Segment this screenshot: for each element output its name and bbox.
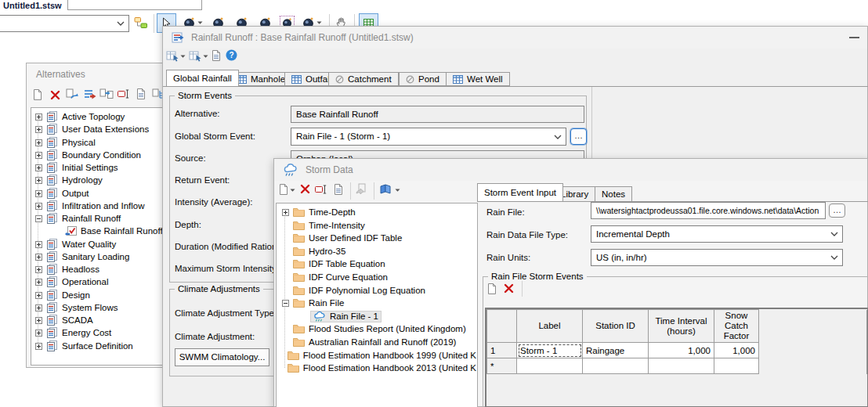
library-book-icon[interactable] <box>379 184 392 194</box>
merge-alternative-icon[interactable] <box>99 88 114 100</box>
expand-icon[interactable] <box>35 304 42 312</box>
expand-icon[interactable] <box>35 203 42 210</box>
tab-notes[interactable]: Notes <box>595 186 632 201</box>
tab-pond[interactable]: Pond <box>399 72 447 86</box>
new-storm-icon[interactable] <box>279 183 288 195</box>
rain-file-field[interactable]: \\watersightactprodeussa01.file.core.win… <box>591 202 826 219</box>
cell-snow-catch[interactable]: 1,000 <box>714 343 759 358</box>
tree-item[interactable]: User Defined IDF Table <box>277 232 476 245</box>
duration-label: Duration (Modified Rationa <box>175 241 282 252</box>
collapse-icon[interactable] <box>282 300 289 307</box>
expand-icon[interactable] <box>35 241 42 248</box>
tree-item-selected[interactable]: Rain File - 1 <box>277 310 476 323</box>
delete-storm-event-icon[interactable] <box>503 283 514 294</box>
tab-catchment[interactable]: Catchment <box>328 72 399 86</box>
tree-item-label: Surface Definition <box>62 341 133 351</box>
cell-snow-catch[interactable] <box>714 358 759 374</box>
expand-icon[interactable] <box>35 177 42 184</box>
report-icon[interactable] <box>334 183 343 195</box>
expand-icon[interactable] <box>35 190 42 197</box>
expand-icon[interactable] <box>35 164 42 171</box>
tree-item[interactable]: Flood Estimation Handbook 2013 (United K <box>277 362 476 375</box>
pages-icon <box>46 213 58 224</box>
expand-icon[interactable] <box>35 279 42 286</box>
swmm-climatology-button[interactable]: SWMM Climatology... <box>175 348 269 366</box>
col-header-snow-catch[interactable]: Snow Catch Factor <box>714 310 759 343</box>
climate-adjustments-group-title: Climate Adjustments <box>175 283 263 294</box>
tree-item-label: Flood Studies Report (United Kingdom) <box>309 324 466 333</box>
rain-units-select[interactable]: US (in, in/hr) <box>591 249 843 266</box>
expand-icon[interactable] <box>35 292 42 299</box>
rain-file-ellipsis-button[interactable]: … <box>829 204 845 218</box>
tree-item[interactable]: Time-Depth <box>277 206 476 219</box>
open-alternative-icon[interactable] <box>82 88 96 100</box>
expand-icon[interactable] <box>35 317 42 324</box>
select-related-icon[interactable] <box>189 50 202 62</box>
rename-alternative-icon[interactable] <box>117 88 131 99</box>
new-alternative-icon[interactable] <box>31 88 45 102</box>
global-storm-event-select[interactable]: Rain File - 1 (Storm - 1) <box>291 128 566 146</box>
new-storm-caret-icon[interactable] <box>290 189 295 192</box>
cell-station-id[interactable]: Raingage <box>583 343 649 358</box>
rainfall-dialog-icon <box>172 32 184 43</box>
expand-icon[interactable] <box>35 113 42 121</box>
expand-icon[interactable] <box>35 254 42 261</box>
expand-icon[interactable] <box>35 343 42 350</box>
tree-item[interactable]: Time-Intensity <box>277 219 476 232</box>
zoom-window-caret-icon[interactable] <box>197 21 203 24</box>
select-records-icon[interactable] <box>166 50 179 62</box>
delete-storm-icon[interactable] <box>299 184 310 194</box>
rainfall-dialog-titlebar[interactable]: Rainfall Runoff : Base Rainfall Runoff (… <box>163 27 867 49</box>
expand-icon[interactable] <box>35 126 42 133</box>
report-icon[interactable] <box>212 49 221 61</box>
table-row[interactable]: 1 Storm - 1 Raingage 1,000 1,000 <box>487 343 867 358</box>
tree-item[interactable]: Hydro-35 <box>277 245 476 258</box>
tab-wet-well[interactable]: Wet Well <box>446 72 510 86</box>
col-header-time-interval[interactable]: Time Interval (hours) <box>649 310 714 343</box>
help-icon[interactable] <box>226 49 237 61</box>
tree-item[interactable]: Flood Estimation Handbook 1999 (United K <box>277 349 476 362</box>
element-combo[interactable] <box>0 15 129 32</box>
expand-icon[interactable] <box>282 209 289 216</box>
table-row-new[interactable]: * <box>487 358 867 374</box>
expand-icon[interactable] <box>35 330 42 337</box>
cell-time-interval[interactable]: 1,000 <box>649 343 714 358</box>
new-storm-event-icon[interactable] <box>487 283 497 294</box>
tree-item[interactable]: Australian Rainfall and Runoff (2019) <box>277 336 476 349</box>
select-records-caret-icon[interactable] <box>180 55 186 58</box>
duplicate-alternative-icon[interactable] <box>65 88 79 100</box>
cell-label[interactable] <box>517 358 583 374</box>
storm-events-table[interactable]: Label Station ID Time Interval (hours) S… <box>486 309 867 374</box>
delete-alternative-icon[interactable] <box>48 88 62 101</box>
storm-data-titlebar[interactable]: Storm Data <box>274 159 867 181</box>
tab-manhole[interactable]: Manhole <box>230 72 292 86</box>
document-tab[interactable]: Untitled1.stsw <box>3 0 62 11</box>
tree-item-label: Base Rainfall Runoff <box>81 226 163 236</box>
select-related-caret-icon[interactable] <box>203 55 208 58</box>
tree-item[interactable]: Rain File <box>277 297 476 310</box>
tree-item[interactable]: IDF Curve Equation <box>277 271 476 284</box>
report-icon[interactable] <box>134 88 148 100</box>
collapse-icon[interactable] <box>35 215 42 222</box>
tree-item[interactable]: IDF Polynomial Log Equation <box>277 284 476 297</box>
zoom-previous-caret-icon[interactable] <box>316 21 322 24</box>
rain-data-file-type-select[interactable]: Incremental Depth <box>591 225 843 243</box>
minimize-button[interactable] <box>849 37 859 38</box>
cell-label[interactable]: Storm - 1 <box>517 343 583 358</box>
tab-global-rainfall[interactable]: Global Rainfall <box>166 70 239 87</box>
cell-station-id[interactable] <box>583 358 649 374</box>
import-icon[interactable] <box>356 183 367 194</box>
library-caret-icon[interactable] <box>395 189 400 192</box>
cell-time-interval[interactable] <box>649 358 714 374</box>
tab-storm-event-input[interactable]: Storm Event Input <box>477 183 563 202</box>
expand-icon[interactable] <box>35 266 42 273</box>
tree-item[interactable]: IDF Table Equation <box>277 258 476 271</box>
tree-item[interactable]: Flood Studies Report (United Kingdom) <box>277 322 476 336</box>
col-header-label[interactable]: Label <box>517 310 583 343</box>
global-storm-event-ellipsis-button[interactable]: … <box>570 128 587 145</box>
hierarchy-icon[interactable] <box>133 16 149 30</box>
col-header-station-id[interactable]: Station ID <box>583 310 649 343</box>
rename-storm-icon[interactable] <box>315 185 327 194</box>
expand-icon[interactable] <box>35 152 42 159</box>
expand-icon[interactable] <box>35 139 42 146</box>
